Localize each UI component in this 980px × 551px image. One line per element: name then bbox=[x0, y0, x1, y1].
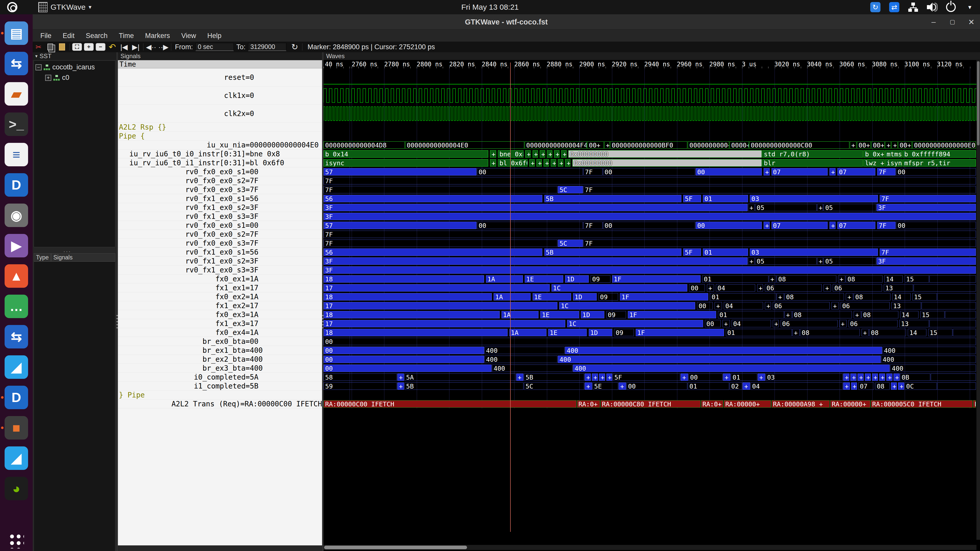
bus-segment[interactable]: 01 bbox=[688, 383, 729, 390]
bus-segment[interactable]: 3F bbox=[324, 266, 976, 274]
bus-segment[interactable]: 01 bbox=[718, 311, 784, 318]
bus-segment[interactable]: + bbox=[723, 373, 730, 381]
bus-segment[interactable]: 400 bbox=[558, 356, 880, 363]
dock-item-nvidia[interactable]: ◕ bbox=[5, 477, 28, 500]
wave-row[interactable]: 565B5F01037F bbox=[324, 194, 977, 203]
bus-segment[interactable]: 08 bbox=[869, 329, 906, 336]
bus-segment[interactable]: + bbox=[850, 141, 856, 149]
wave-row[interactable]: 3F bbox=[324, 212, 977, 221]
sst-signal-list[interactable] bbox=[34, 262, 115, 551]
bus-segment[interactable]: 03 bbox=[750, 195, 878, 202]
bus-segment[interactable]: 5C bbox=[524, 383, 584, 390]
bus-segment[interactable]: 1A bbox=[509, 329, 546, 336]
clock[interactable]: Fri May 13 08:21 bbox=[0, 0, 980, 14]
bus-segment[interactable]: + bbox=[885, 141, 891, 149]
bus-segment[interactable]: 1D bbox=[573, 293, 597, 300]
wave-row[interactable] bbox=[324, 68, 977, 86]
bus-segment[interactable]: isync bbox=[324, 159, 488, 167]
bus-segment[interactable]: 7F bbox=[324, 240, 557, 247]
wave-row[interactable] bbox=[324, 86, 977, 105]
signal-row[interactable]: A2L2 Rsp {} bbox=[118, 123, 322, 132]
bus-segment[interactable]: 7F bbox=[584, 222, 603, 229]
marker-line[interactable] bbox=[510, 62, 511, 532]
signal-row[interactable]: clk2x=0 bbox=[118, 105, 322, 123]
bus-segment[interactable]: + bbox=[824, 284, 831, 292]
bus-segment[interactable]: 08 bbox=[776, 275, 836, 283]
bus-segment[interactable]: + bbox=[792, 329, 800, 336]
dock-item-impress[interactable]: ▰ bbox=[5, 82, 28, 106]
bus-segment[interactable]: 13 bbox=[891, 302, 921, 310]
bus-segment[interactable]: 1A bbox=[486, 275, 523, 283]
bus-segment[interactable]: b 0x+ bbox=[863, 150, 884, 158]
to-input[interactable] bbox=[248, 43, 286, 51]
wave-row[interactable]: 3F bbox=[324, 265, 977, 275]
bus-segment[interactable]: 15 bbox=[928, 329, 953, 336]
signal-row[interactable]: rv0_fx0_ex0_s3=7F bbox=[118, 239, 322, 248]
bus-segment[interactable]: + bbox=[554, 150, 559, 158]
sst-header[interactable]: ▾ SST bbox=[33, 52, 116, 60]
volume-icon[interactable] bbox=[927, 2, 937, 12]
bus-segment[interactable]: 06 bbox=[781, 320, 838, 327]
bus-segment[interactable]: 01 bbox=[710, 293, 776, 300]
bus-segment[interactable]: + bbox=[619, 383, 626, 390]
wave-row[interactable] bbox=[324, 391, 977, 400]
bus-segment[interactable]: + bbox=[681, 373, 688, 381]
bus-segment[interactable]: + bbox=[858, 373, 864, 381]
bus-segment[interactable]: 05 bbox=[824, 204, 876, 211]
bus-segment[interactable]: mtms+ bbox=[885, 150, 902, 158]
bus-segment[interactable]: 0000+ bbox=[730, 141, 749, 149]
dock-item-vscode-2[interactable]: ◢ bbox=[5, 446, 28, 470]
bus-segment[interactable]: 07 bbox=[858, 383, 874, 390]
wave-row[interactable] bbox=[324, 123, 977, 132]
bus-segment[interactable]: 1A bbox=[493, 293, 531, 300]
wave-row[interactable]: RA:00000C00 IFETCHRA:0+RA:00000C80 IFETC… bbox=[324, 400, 977, 408]
bus-segment[interactable]: + bbox=[843, 373, 850, 381]
wave-row[interactable]: 00 bbox=[324, 337, 977, 346]
bus-segment[interactable]: + bbox=[714, 302, 722, 310]
maximize-button[interactable]: ▢ bbox=[948, 19, 957, 25]
bus-segment[interactable]: 7F bbox=[324, 177, 976, 184]
bus-segment[interactable]: + bbox=[722, 320, 730, 327]
bus-segment[interactable]: 08 bbox=[784, 293, 844, 300]
bus-segment[interactable]: 18 bbox=[324, 293, 492, 300]
bus-segment[interactable]: 1D bbox=[581, 311, 605, 318]
signal-row[interactable]: rv0_fx0_ex0_s1=00 bbox=[118, 167, 322, 176]
bus-segment[interactable]: 1F bbox=[636, 329, 724, 336]
bus-segment[interactable]: 5F bbox=[613, 373, 680, 381]
signal-row[interactable]: br_ex3_bta=400 bbox=[118, 364, 322, 373]
skip-end-icon[interactable]: ▶| bbox=[131, 43, 141, 51]
menu-help[interactable]: Help bbox=[202, 32, 227, 40]
bus-segment[interactable]: 1E bbox=[525, 275, 563, 283]
bus-segment[interactable]: + bbox=[862, 329, 869, 336]
bus-segment[interactable]: 1F bbox=[628, 311, 716, 318]
bus-segment[interactable]: 400 bbox=[492, 365, 573, 372]
signal-row[interactable]: rv0_fx0_ex0_s2=7F bbox=[118, 176, 322, 185]
bus-segment[interactable]: + bbox=[829, 168, 835, 176]
bus-segment[interactable]: 00 bbox=[705, 320, 721, 327]
bus-segment[interactable]: 1F bbox=[620, 293, 708, 300]
bus-segment[interactable]: 01 bbox=[731, 373, 757, 381]
bus-segment[interactable]: + bbox=[832, 302, 839, 310]
bus-segment[interactable]: RA:00000C00 IFETCH bbox=[324, 400, 576, 408]
bus-segment[interactable]: 59 bbox=[324, 383, 397, 390]
bus-segment[interactable]: 18 bbox=[324, 329, 508, 336]
signal-row[interactable]: rv0_fx0_ex0_s2=7F bbox=[118, 230, 322, 239]
menu-file[interactable]: File bbox=[33, 32, 57, 40]
wave-row[interactable] bbox=[324, 105, 977, 123]
bus-segment[interactable]: + bbox=[547, 150, 552, 158]
bus-segment[interactable]: 1D bbox=[589, 329, 612, 336]
signal-row[interactable]: rv0_fx1_ex0_s1=56 bbox=[118, 248, 322, 257]
menu-markers[interactable]: Markers bbox=[140, 32, 176, 40]
bus-segment[interactable]: 400 bbox=[573, 365, 890, 372]
bus-segment[interactable]: RA:0+ bbox=[701, 400, 724, 408]
bus-segment[interactable]: 3F bbox=[877, 257, 976, 265]
signal-row[interactable]: br_ex2_bta=400 bbox=[118, 355, 322, 364]
bus-segment[interactable]: 00 bbox=[627, 383, 687, 390]
bus-segment[interactable]: + bbox=[769, 275, 776, 283]
bus-segment[interactable]: + bbox=[846, 293, 853, 300]
sst-tree[interactable]: −cocotb_icarus+c0 bbox=[34, 60, 115, 247]
bus-segment[interactable] bbox=[945, 311, 976, 318]
bus-segment[interactable]: 14 bbox=[884, 275, 903, 283]
bus-segment[interactable]: + bbox=[540, 150, 545, 158]
bus-segment[interactable]: 07 bbox=[772, 222, 828, 229]
